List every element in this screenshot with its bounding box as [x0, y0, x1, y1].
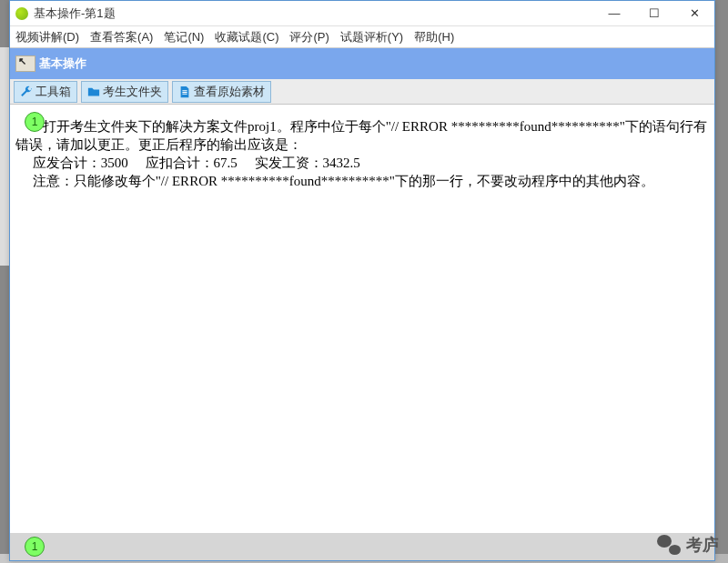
question-number-badge: 1	[25, 112, 45, 132]
menubar: 视频讲解(D) 查看答案(A) 笔记(N) 收藏试题(C) 评分(P) 试题评析…	[10, 26, 714, 48]
tab-basic-operation[interactable]: 基本操作	[14, 52, 96, 75]
menu-view-answer[interactable]: 查看答案(A)	[90, 29, 153, 45]
wrench-icon	[20, 85, 33, 98]
menu-video-explain[interactable]: 视频讲解(D)	[15, 29, 79, 45]
tab-label: 基本操作	[39, 55, 86, 72]
document-icon	[178, 85, 191, 98]
footer-number-badge: 1	[25, 537, 45, 557]
candidate-folder-label: 考生文件夹	[103, 84, 162, 100]
window-title: 基本操作-第1题	[34, 5, 594, 22]
tabstrip: 基本操作	[10, 48, 714, 79]
menu-score[interactable]: 评分(P)	[289, 29, 329, 45]
toolbar: 工具箱 考生文件夹 查看原始素材	[10, 79, 714, 105]
question-text: 打开考生文件夹下的解决方案文件proj1。程序中位于每个"// ERROR **…	[10, 105, 714, 190]
app-icon	[15, 7, 28, 20]
minimize-button[interactable]: —	[594, 1, 634, 25]
view-raw-button[interactable]: 查看原始素材	[172, 81, 271, 103]
view-raw-label: 查看原始素材	[194, 84, 265, 100]
titlebar[interactable]: 基本操作-第1题 — ☐ ✕	[10, 1, 714, 26]
toolbox-button[interactable]: 工具箱	[14, 81, 77, 103]
menu-notes[interactable]: 笔记(N)	[164, 29, 204, 45]
content-area: 1 打开考生文件夹下的解决方案文件proj1。程序中位于每个"// ERROR …	[10, 105, 714, 533]
app-window: 基本操作-第1题 — ☐ ✕ 视频讲解(D) 查看答案(A) 笔记(N) 收藏试…	[9, 0, 715, 561]
window-controls: — ☐ ✕	[594, 1, 714, 25]
menu-help[interactable]: 帮助(H)	[414, 29, 454, 45]
maximize-button[interactable]: ☐	[634, 1, 674, 25]
menu-favorite[interactable]: 收藏试题(C)	[215, 29, 278, 45]
close-button[interactable]: ✕	[674, 1, 714, 25]
candidate-folder-button[interactable]: 考生文件夹	[81, 81, 168, 103]
folder-icon	[87, 85, 100, 98]
footer: 1	[10, 533, 714, 560]
tab-page-icon	[15, 55, 35, 72]
menu-analysis[interactable]: 试题评析(Y)	[340, 29, 403, 45]
toolbox-label: 工具箱	[35, 84, 71, 100]
background-left-strip	[0, 47, 9, 266]
